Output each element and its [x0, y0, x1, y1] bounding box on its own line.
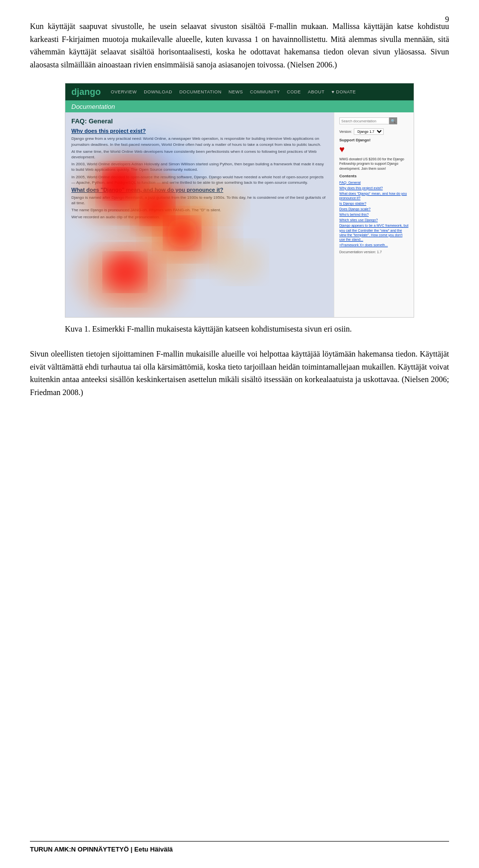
nav-code: CODE	[287, 89, 301, 94]
django-nav: django OVERVIEW DOWNLOAD DOCUMENTATION N…	[65, 83, 414, 100]
django-green-bar: Documentation	[65, 100, 414, 112]
support-title: Support Django!	[339, 138, 409, 142]
django-nav-links: OVERVIEW DOWNLOAD DOCUMENTATION NEWS COM…	[111, 89, 356, 94]
svg-point-13	[95, 247, 160, 302]
paragraph-1: Kun käyttäjät saapuvat sivustolle, he us…	[30, 20, 449, 71]
main-text-6: The name Django is pronounced JANG-oh. R…	[71, 207, 328, 213]
subheading-2: What does "Django" mean, and how do you …	[71, 187, 328, 193]
main-text-4: In 2005, World Online decided to open-so…	[71, 174, 328, 185]
main-text-3: In 2003, World Online developers Adrian …	[71, 161, 328, 172]
faq-heading: FAQ: General	[71, 117, 328, 125]
svg-point-14	[106, 255, 144, 290]
contents-item[interactable]: What does "Django" mean, and how do you …	[339, 191, 409, 200]
main-text-2: At the same time, the World Online Web d…	[71, 149, 328, 160]
main-text-5: Django is named after Django Reinhardt, …	[71, 195, 328, 206]
contents-item[interactable]: Who's behind this?	[339, 212, 409, 217]
django-main-area: FAQ: General Why does this project exist…	[65, 112, 334, 318]
svg-point-12	[75, 237, 185, 317]
contents-item[interactable]: Django appears to be a MVC framework, bu…	[339, 223, 409, 241]
figure-caption: Kuva 1. Esimerkki F-mallin mukaisesta kä…	[65, 323, 414, 336]
contents-title: Contents	[339, 174, 409, 178]
paragraph-2: Sivun oleellisten tietojen sijoittaminen…	[30, 348, 449, 399]
search-input[interactable]	[339, 117, 389, 124]
svg-point-16	[215, 242, 264, 282]
contents-item[interactable]: Is Django stable?	[339, 201, 409, 206]
search-button[interactable]: 🔍	[389, 117, 397, 124]
contents-list: FAQ: General Why does this project exist…	[339, 180, 409, 247]
figure-container: django OVERVIEW DOWNLOAD DOCUMENTATION N…	[65, 83, 414, 336]
version-select[interactable]: Django 1.7	[354, 128, 384, 135]
version-row: Version: Django 1.7	[339, 128, 409, 135]
nav-download: DOWNLOAD	[144, 89, 172, 94]
contents-item[interactable]: Why does this project exist?	[339, 186, 409, 190]
contents-item[interactable]: «Framework X» does someth...	[339, 243, 409, 247]
django-sidebar-area: 🔍 Version: Django 1.7 Support Django! ♥ …	[334, 112, 414, 318]
django-content: FAQ: General Why does this project exist…	[65, 112, 414, 318]
version-label: Version:	[339, 130, 352, 133]
support-text: WMG donated US $200.00 for the Django Fe…	[339, 157, 409, 170]
nav-about: ABOUT	[308, 89, 325, 94]
footer: TURUN AMK:N OPINNÄYTETYÖ | Eetu Häivälä	[30, 841, 449, 853]
page-number: 9	[445, 15, 449, 24]
main-text-1: Django grew from a very practical need: …	[71, 136, 328, 147]
nav-documentation: DOCUMENTATION	[179, 89, 222, 94]
nav-news: NEWS	[229, 89, 243, 94]
green-bar-text: Documentation	[71, 103, 115, 110]
django-logo: django	[71, 87, 101, 97]
nav-overview: OVERVIEW	[111, 89, 137, 94]
nav-community: COMMUNITY	[250, 89, 280, 94]
contents-item[interactable]: FAQ: General	[339, 180, 409, 185]
nav-donate: ♥ DONATE	[332, 89, 356, 94]
main-text-7: We've recorded an audio clip of the pron…	[71, 214, 328, 220]
svg-point-11	[166, 218, 198, 248]
footer-left: TURUN AMK:N OPINNÄYTETYÖ | Eetu Häivälä	[30, 846, 173, 853]
search-box: 🔍	[339, 117, 409, 124]
subheading-1: Why does this project exist?	[71, 128, 328, 134]
contents-item[interactable]: Does Django scale?	[339, 207, 409, 211]
heart-icon: ♥	[339, 144, 409, 155]
django-mockup: django OVERVIEW DOWNLOAD DOCUMENTATION N…	[65, 83, 414, 318]
docs-version-note: Documentation version: 1.7	[339, 250, 409, 254]
contents-item[interactable]: Which sites use Django?	[339, 218, 409, 222]
